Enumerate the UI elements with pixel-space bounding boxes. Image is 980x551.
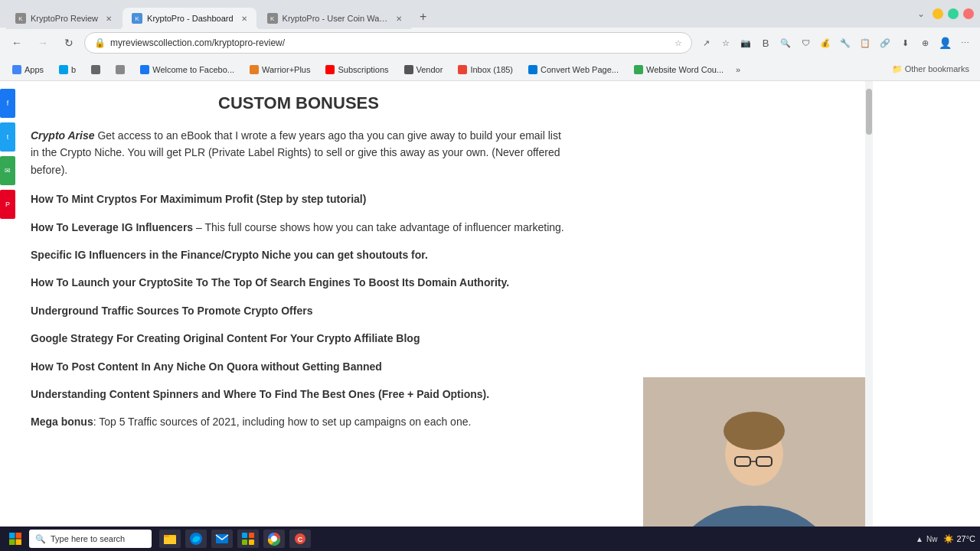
bookmark-icon2[interactable] (109, 64, 131, 76)
email-icon: ✉ (5, 167, 11, 174)
bookmark-favicon-yt (325, 65, 335, 74)
share-icon[interactable]: ↗ (697, 34, 715, 52)
extension-icon3[interactable]: 🛡 (796, 34, 815, 52)
bullet-item-6: Google Strategy For Creating Original Co… (31, 330, 567, 347)
bullet-item-8: Understanding Content Spinners and Where… (31, 386, 567, 403)
taskbar-extra-app[interactable]: C (289, 530, 311, 548)
video-person (643, 377, 865, 527)
bookmark-icon[interactable]: ☆ (717, 34, 735, 52)
bookmark-facebook[interactable]: Welcome to Facebo... (134, 64, 240, 76)
svg-text:C: C (298, 536, 303, 543)
window-controls: ⌄ (914, 5, 974, 22)
extension-icon5[interactable]: 🔧 (836, 34, 854, 52)
bookmark-label-b: b (71, 65, 76, 74)
bookmark-vendor[interactable]: Vendor (398, 64, 449, 76)
tab-kryptopro-review[interactable]: K KryptoPro Review ✕ (6, 8, 121, 29)
social-pinterest-button[interactable]: P (0, 190, 15, 219)
window-expand-icon[interactable]: ⌄ (914, 5, 928, 22)
bookmark-warriorplus[interactable]: Warrior+Plus (243, 64, 316, 76)
extension-icon8[interactable]: ⊕ (916, 34, 934, 52)
bullet-text-4: How To Launch your CryptoSite To The Top… (31, 276, 509, 289)
page-scrollbar[interactable] (865, 81, 873, 527)
extension-icon7[interactable]: 🔗 (876, 34, 894, 52)
address-box[interactable]: 🔒 myreviewscollection.com/kryptopro-revi… (84, 32, 692, 54)
crypto-arise-bold: Crypto Arise (31, 129, 95, 142)
bookmark-favicon-vendor (404, 65, 413, 74)
page-area: f t ✉ P CUSTOM BONUSES Crypto Arise Get … (0, 81, 980, 527)
bookmark-folder-icon: 📁 (892, 64, 903, 73)
settings-icon[interactable]: ⋯ (956, 34, 974, 52)
url-display[interactable]: myreviewscollection.com/kryptopro-review… (110, 37, 670, 48)
scrollbar-thumb[interactable] (866, 89, 872, 135)
tab-kryptopro-wallets[interactable]: K KryptoPro - User Coin Wallets ✕ (258, 8, 411, 29)
taskbar-edge-browser[interactable] (185, 530, 207, 548)
bookmark-inbox[interactable]: Inbox (185) (452, 64, 519, 76)
svg-point-22 (272, 536, 276, 541)
maximize-button[interactable] (948, 8, 959, 19)
svg-rect-7 (9, 533, 15, 539)
taskbar-file-explorer[interactable] (159, 530, 181, 548)
bookmark-apps[interactable]: Apps (6, 64, 50, 76)
tab-close-2[interactable]: ✕ (241, 15, 247, 23)
screenshot-icon[interactable]: 📷 (737, 34, 755, 52)
taskbar-mail[interactable] (211, 530, 233, 548)
right-panel (643, 81, 873, 527)
taskbar-weather-display: ☀️ 27°C (943, 534, 975, 544)
taskbar-chrome[interactable] (263, 530, 285, 548)
taskbar: 🔍 Type here to search (0, 527, 980, 551)
bookmark-icon1[interactable] (85, 64, 106, 76)
main-content: CUSTOM BONUSES Crypto Arise Get access t… (15, 81, 643, 527)
svg-rect-13 (164, 535, 169, 537)
tray-network-icon[interactable]: Nw (926, 535, 937, 543)
extension-icon2[interactable]: 🔍 (776, 34, 795, 52)
extension-icon4[interactable]: 💰 (816, 34, 835, 52)
bookmark-b[interactable]: b (53, 64, 82, 76)
extension-bing-icon[interactable]: B (756, 34, 775, 52)
minimize-button[interactable] (933, 8, 943, 19)
bullet-item-4: How To Launch your CryptoSite To The Top… (31, 274, 567, 291)
tab-kryptopro-dashboard[interactable]: K KryptoPro - Dashboard ✕ (122, 8, 256, 29)
file-explorer-icon (163, 532, 177, 546)
chrome-icon (267, 532, 281, 546)
svg-point-3 (724, 412, 785, 450)
social-email-button[interactable]: ✉ (0, 156, 15, 185)
taskbar-right: ▲ Nw ☀️ 27°C (916, 534, 975, 544)
bookmark-convert-web[interactable]: Convert Web Page... (522, 64, 625, 76)
bookmark-subscriptions[interactable]: Subscriptions (319, 64, 394, 76)
bookmark-favicon-2 (116, 65, 125, 74)
bullet-text-3: Specific IG Influencers in the Finance/C… (31, 249, 428, 261)
tray-chevron-icon[interactable]: ▲ (916, 535, 923, 543)
back-button[interactable]: ← (6, 32, 28, 54)
extension-download[interactable]: ⬇ (896, 34, 914, 52)
extension-icon6[interactable]: 📋 (856, 34, 874, 52)
bookmark-website-word[interactable]: Website Word Cou... (628, 64, 730, 76)
profile-icon[interactable]: 👤 (936, 34, 954, 52)
star-icon[interactable]: ☆ (675, 38, 682, 48)
tab-close-3[interactable]: ✕ (396, 15, 402, 23)
bullet-item-1: How To Mint Cryptos For Maximimum Profit… (31, 191, 567, 207)
forward-button[interactable]: → (32, 32, 54, 54)
windows-start-button[interactable] (5, 530, 26, 548)
tab-close-1[interactable]: ✕ (106, 15, 112, 23)
weather-temp: 27°C (956, 534, 975, 543)
social-facebook-button[interactable]: f (0, 89, 15, 118)
taskbar-search-box[interactable]: 🔍 Type here to search (29, 530, 152, 548)
taskbar-search-icon: 🔍 (35, 534, 46, 544)
tab-favicon-2: K (132, 13, 142, 24)
taskbar-store[interactable] (237, 530, 259, 548)
bookmarks-bar: Apps b Welcome to Facebo... Warrior+Plus… (0, 58, 980, 81)
other-bookmarks[interactable]: 📁 Other bookmarks (887, 63, 974, 76)
bookmark-label-vendor: Vendor (416, 65, 443, 74)
reload-button[interactable]: ↻ (58, 32, 80, 54)
windows-icon (8, 532, 22, 546)
page-title: CUSTOM BONUSES (31, 93, 567, 113)
mega-bonus-bold: Mega bonus (31, 416, 93, 428)
new-tab-button[interactable]: + (413, 6, 434, 28)
bookmark-favicon-word (634, 65, 643, 74)
close-button[interactable] (963, 8, 974, 19)
bookmark-label-apps: Apps (24, 65, 44, 74)
svg-rect-16 (242, 533, 247, 538)
social-twitter-button[interactable]: t (0, 122, 15, 152)
expand-bookmarks-icon[interactable]: » (736, 65, 740, 74)
bookmark-favicon-fb (140, 65, 149, 74)
